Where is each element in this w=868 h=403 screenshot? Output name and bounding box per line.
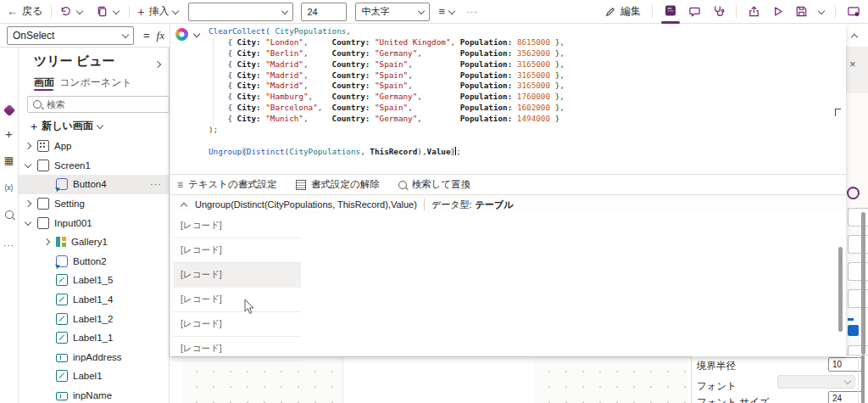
font-size-input[interactable]: 24 bbox=[301, 3, 347, 21]
back-button[interactable]: ← 戻る bbox=[7, 4, 42, 19]
font-size-value: 24 bbox=[307, 7, 317, 17]
app-checker-button[interactable] bbox=[712, 5, 725, 18]
tab-screens[interactable]: 画面 bbox=[34, 76, 54, 90]
environment-button[interactable] bbox=[847, 5, 860, 18]
panel-scrollbar[interactable] bbox=[861, 212, 865, 355]
tab-components[interactable]: コンポーネント bbox=[59, 76, 132, 90]
formula-resize-handle[interactable] bbox=[835, 109, 841, 116]
remove-formatting-button[interactable]: 書式設定の解除 bbox=[296, 178, 380, 191]
code-line bbox=[209, 136, 565, 147]
record-row[interactable]: [レコード] bbox=[173, 337, 301, 361]
tree-item[interactable]: Button4 ··· bbox=[19, 175, 169, 194]
edit-button[interactable]: 編集 bbox=[604, 4, 641, 19]
record-row[interactable]: [レコード] bbox=[173, 238, 301, 263]
color-swatch[interactable] bbox=[848, 325, 859, 336]
comment-icon bbox=[688, 5, 701, 18]
formula-editor[interactable]: ClearCollect( CityPopulations, { City: "… bbox=[209, 26, 565, 158]
save-button[interactable] bbox=[795, 5, 808, 18]
rail-tree-view-button[interactable] bbox=[0, 103, 18, 118]
tree-item[interactable]: Label1_2 ··· bbox=[19, 309, 169, 328]
property-label: フォント bbox=[697, 380, 737, 393]
format-text-button[interactable]: ≡ テキストの書式設定 bbox=[177, 178, 277, 191]
tree-item-label: Label1_5 bbox=[73, 275, 113, 285]
authoring-menu-button[interactable] bbox=[664, 4, 677, 20]
back-label: 戻る bbox=[22, 4, 42, 19]
tree-item[interactable]: Screen1 ··· bbox=[19, 156, 169, 176]
tree-item-label: App bbox=[54, 141, 71, 151]
code-line: { City: "Madrid", Country: "Spain", Popu… bbox=[209, 59, 565, 70]
rail-variables-button[interactable]: {x} bbox=[0, 180, 18, 195]
record-row[interactable]: [レコード] bbox=[173, 288, 301, 312]
collapse-formula-bar-icon[interactable] bbox=[851, 34, 858, 41]
font-weight-select[interactable]: 中太字 bbox=[355, 3, 430, 21]
preview-button[interactable] bbox=[771, 5, 784, 18]
tree-item-icon bbox=[37, 198, 49, 210]
record-row[interactable]: [レコード] bbox=[173, 312, 301, 337]
font-family-select[interactable] bbox=[188, 3, 293, 21]
result-scrollbar[interactable] bbox=[838, 247, 843, 332]
insert-chevron-icon bbox=[172, 7, 179, 14]
rail-insert-button[interactable]: + bbox=[0, 126, 18, 141]
rail-more-button[interactable]: ··· bbox=[0, 238, 18, 253]
find-replace-button[interactable]: 検索して置換 bbox=[398, 178, 471, 191]
paste-chevron-icon[interactable] bbox=[113, 7, 120, 14]
variables-icon: {x} bbox=[5, 183, 14, 192]
authoring-menu-icon bbox=[664, 4, 677, 18]
tree-expand-icon[interactable] bbox=[43, 238, 50, 245]
tree-item[interactable]: Label1 ··· bbox=[19, 367, 169, 386]
paste-button[interactable] bbox=[96, 5, 108, 18]
rail-data-button[interactable]: ▦ bbox=[0, 153, 18, 168]
tree-expand-icon[interactable] bbox=[25, 218, 31, 225]
tree-expand-icon[interactable] bbox=[25, 200, 31, 207]
result-record-list: [レコード] [レコード] [レコード] [レコード] [レコード] [レコード… bbox=[173, 214, 301, 361]
font-property-select[interactable] bbox=[777, 375, 855, 389]
comments-button[interactable] bbox=[688, 5, 701, 18]
tree-item[interactable]: Setting ··· bbox=[19, 194, 169, 214]
toolbar-more-button[interactable]: ··· bbox=[466, 7, 478, 17]
top-toolbar: ← 戻る + 挿入 bbox=[0, 0, 868, 24]
tree-item[interactable]: inpName ··· bbox=[19, 386, 169, 403]
back-arrow-icon: ← bbox=[7, 5, 18, 18]
canvas-control[interactable] bbox=[342, 357, 536, 403]
close-panel-icon[interactable]: × bbox=[849, 58, 856, 70]
alignment-chevron-icon[interactable] bbox=[448, 7, 455, 14]
undo-chevron-icon[interactable] bbox=[76, 7, 83, 14]
undo-button[interactable] bbox=[59, 5, 72, 18]
tree-item-more-button[interactable]: ··· bbox=[150, 179, 162, 189]
insert-button[interactable]: + 挿入 bbox=[137, 4, 178, 19]
save-chevron-icon[interactable] bbox=[818, 7, 825, 14]
properties-scrollbar[interactable] bbox=[861, 355, 865, 403]
property-chevron-icon bbox=[122, 31, 129, 37]
font-property-chevron-icon bbox=[844, 378, 851, 384]
tree-item[interactable]: App ··· bbox=[19, 137, 169, 156]
tree-item[interactable]: Input001 ··· bbox=[19, 213, 169, 232]
tree-item-label: inpAddress bbox=[73, 352, 122, 362]
tree-item[interactable]: Label1_1 ··· bbox=[19, 328, 169, 348]
property-select[interactable]: OnSelect bbox=[7, 26, 134, 45]
rail-search-button[interactable] bbox=[0, 207, 18, 222]
record-row[interactable]: [レコード] bbox=[173, 214, 301, 238]
tree-item-label: Screen1 bbox=[54, 160, 91, 171]
alignment-button[interactable]: ≡ bbox=[438, 6, 445, 17]
tree-item[interactable]: Label1_4 ··· bbox=[19, 290, 169, 310]
tree-expand-icon[interactable] bbox=[25, 143, 31, 149]
data-table-icon: ▦ bbox=[4, 154, 14, 166]
tree-item[interactable]: Button2 ··· bbox=[19, 252, 169, 271]
datatype-label: データ型: bbox=[431, 199, 472, 211]
tree-expand-icon[interactable] bbox=[25, 161, 31, 168]
record-row[interactable]: [レコード] bbox=[173, 263, 301, 288]
tree-item[interactable]: Label1_5 ··· bbox=[19, 271, 169, 290]
canvas-area[interactable] bbox=[170, 356, 691, 403]
tree-item[interactable]: Gallery1 ··· bbox=[19, 232, 169, 252]
share-button[interactable] bbox=[748, 5, 760, 18]
panel-collapse-icon[interactable] bbox=[154, 61, 161, 68]
record-label: [レコード] bbox=[181, 318, 222, 330]
tree-item-label: Label1_1 bbox=[73, 333, 113, 343]
collapse-result-icon[interactable] bbox=[181, 202, 187, 209]
tree-item[interactable]: inpAddress ··· bbox=[19, 348, 169, 367]
copilot-button[interactable] bbox=[175, 28, 199, 41]
clear-format-icon bbox=[296, 180, 306, 190]
search-icon bbox=[398, 181, 407, 189]
tree-search-input[interactable]: 検索 bbox=[27, 96, 170, 113]
new-screen-button[interactable]: + 新しい画面 bbox=[31, 119, 103, 133]
